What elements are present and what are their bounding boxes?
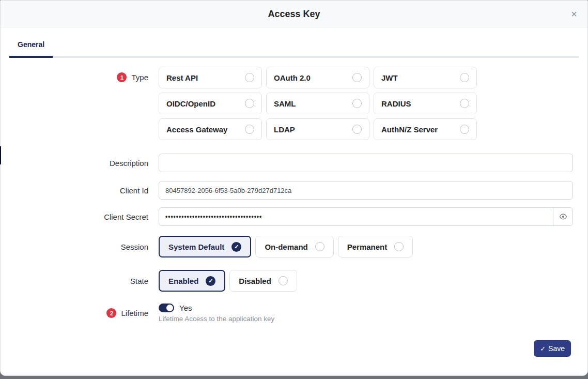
client-secret-input[interactable]: •••••••••••••••••••••••••••••••••••• bbox=[159, 207, 573, 226]
page-backdrop: Access Key × General 1 Type Rest API bbox=[0, 0, 588, 379]
option-label: SAML bbox=[274, 99, 296, 108]
type-option-rest-api[interactable]: Rest API bbox=[159, 67, 262, 88]
close-icon[interactable]: × bbox=[567, 1, 581, 27]
session-row: Session System Default ✓ On-demand Perma… bbox=[1, 236, 587, 257]
client-id-label: Client Id bbox=[1, 186, 159, 195]
type-label: Type bbox=[131, 73, 148, 82]
tab-general[interactable]: General bbox=[9, 40, 53, 56]
client-secret-row: Client Secret ••••••••••••••••••••••••••… bbox=[1, 207, 587, 226]
option-label: On-demand bbox=[265, 242, 307, 251]
access-key-modal: Access Key × General 1 Type Rest API bbox=[0, 0, 588, 376]
type-option-oidc-openid[interactable]: OIDC/OpenID bbox=[159, 93, 262, 114]
session-label: Session bbox=[1, 242, 159, 251]
client-id-row: Client Id bbox=[1, 181, 587, 200]
client-secret-field-cell: •••••••••••••••••••••••••••••••••••• bbox=[159, 207, 573, 226]
client-secret-masked-value[interactable]: •••••••••••••••••••••••••••••••••••• bbox=[159, 208, 553, 225]
session-option-permanent[interactable]: Permanent bbox=[338, 236, 413, 257]
lifetime-row: 2 Lifetime Yes Lifetime Access to the ap… bbox=[1, 304, 587, 323]
state-row: State Enabled ✓ Disabled bbox=[1, 270, 587, 292]
lifetime-helper-text: Lifetime Access to the application key bbox=[159, 315, 573, 323]
lifetime-toggle-label: Yes bbox=[179, 304, 192, 312]
session-field-cell: System Default ✓ On-demand Permanent bbox=[159, 236, 573, 257]
type-option-access-gateway[interactable]: Access Gateway bbox=[159, 118, 262, 140]
type-option-saml[interactable]: SAML bbox=[266, 93, 369, 114]
type-option-authnz-server[interactable]: AuthN/Z Server bbox=[374, 118, 477, 140]
radio-icon[interactable] bbox=[394, 242, 404, 251]
radio-icon[interactable] bbox=[352, 125, 362, 134]
description-row: Description bbox=[1, 154, 587, 172]
state-option-disabled[interactable]: Disabled bbox=[229, 270, 297, 292]
access-key-form: 1 Type Rest API OAuth 2.0 bbox=[1, 58, 587, 357]
type-option-radius[interactable]: RADIUS bbox=[374, 93, 477, 114]
step-badge-1: 1 bbox=[117, 72, 127, 82]
tab-active-indicator bbox=[9, 56, 53, 58]
lifetime-field-cell: Yes Lifetime Access to the application k… bbox=[159, 304, 573, 323]
option-label: System Default bbox=[168, 242, 224, 251]
option-label: OIDC/OpenID bbox=[166, 99, 215, 108]
radio-icon[interactable] bbox=[278, 276, 288, 285]
toggle-knob bbox=[166, 305, 173, 311]
eye-icon bbox=[559, 213, 567, 221]
session-option-system-default[interactable]: System Default ✓ bbox=[159, 236, 251, 257]
client-id-field-cell bbox=[159, 181, 573, 200]
radio-icon[interactable] bbox=[460, 99, 469, 108]
type-option-jwt[interactable]: JWT bbox=[374, 67, 477, 88]
option-label: Disabled bbox=[239, 277, 271, 285]
check-circle-icon: ✓ bbox=[231, 242, 241, 252]
description-input[interactable] bbox=[159, 154, 573, 172]
option-label: RADIUS bbox=[381, 99, 411, 108]
type-options-grid: Rest API OAuth 2.0 JWT OIDC/OpenID bbox=[159, 67, 573, 140]
check-circle-icon: ✓ bbox=[206, 276, 215, 286]
lifetime-toggle[interactable] bbox=[159, 304, 174, 312]
description-field-cell bbox=[159, 154, 573, 172]
check-icon: ✓ bbox=[540, 345, 546, 353]
client-secret-label: Client Secret bbox=[1, 213, 159, 221]
radio-icon[interactable] bbox=[245, 73, 254, 82]
option-label: Permanent bbox=[347, 242, 388, 251]
description-label: Description bbox=[1, 159, 159, 168]
radio-icon[interactable] bbox=[315, 242, 324, 251]
tab-bar: General bbox=[9, 27, 579, 58]
state-label: State bbox=[1, 277, 159, 285]
option-label: Enabled bbox=[168, 277, 198, 285]
radio-icon[interactable] bbox=[352, 73, 362, 82]
tab-general-label: General bbox=[18, 40, 44, 49]
radio-icon[interactable] bbox=[245, 125, 254, 134]
session-options: System Default ✓ On-demand Permanent bbox=[159, 236, 573, 257]
state-options: Enabled ✓ Disabled bbox=[159, 270, 573, 292]
step-badge-2: 2 bbox=[106, 308, 116, 318]
radio-icon[interactable] bbox=[352, 99, 362, 108]
modal-title: Access Key bbox=[1, 1, 587, 27]
modal-footer: ✓ Save bbox=[1, 323, 587, 357]
radio-icon[interactable] bbox=[460, 125, 469, 134]
lifetime-toggle-line: Yes bbox=[159, 304, 573, 312]
session-option-on-demand[interactable]: On-demand bbox=[255, 236, 333, 257]
type-field: Rest API OAuth 2.0 JWT OIDC/OpenID bbox=[159, 67, 573, 140]
client-id-input[interactable] bbox=[159, 181, 573, 200]
option-label: OAuth 2.0 bbox=[274, 73, 311, 82]
option-label: LDAP bbox=[274, 125, 295, 134]
modal-header: Access Key × bbox=[1, 1, 587, 27]
state-option-enabled[interactable]: Enabled ✓ bbox=[159, 270, 225, 292]
lifetime-label-cell: 2 Lifetime bbox=[1, 308, 159, 318]
type-row: 1 Type Rest API OAuth 2.0 bbox=[1, 67, 587, 140]
save-button-label: Save bbox=[548, 344, 565, 353]
radio-icon[interactable] bbox=[460, 73, 469, 82]
option-label: Rest API bbox=[166, 73, 198, 82]
type-label-cell: 1 Type bbox=[1, 67, 159, 82]
option-label: AuthN/Z Server bbox=[381, 125, 438, 134]
backdrop-sliver bbox=[0, 146, 1, 164]
lifetime-label: Lifetime bbox=[121, 309, 148, 317]
option-label: Access Gateway bbox=[166, 125, 227, 134]
save-button[interactable]: ✓ Save bbox=[534, 340, 571, 357]
reveal-secret-button[interactable] bbox=[553, 208, 572, 225]
option-label: JWT bbox=[381, 73, 398, 82]
type-option-ldap[interactable]: LDAP bbox=[266, 118, 369, 140]
type-option-oauth2[interactable]: OAuth 2.0 bbox=[266, 67, 369, 88]
state-field-cell: Enabled ✓ Disabled bbox=[159, 270, 573, 292]
radio-icon[interactable] bbox=[245, 99, 254, 108]
